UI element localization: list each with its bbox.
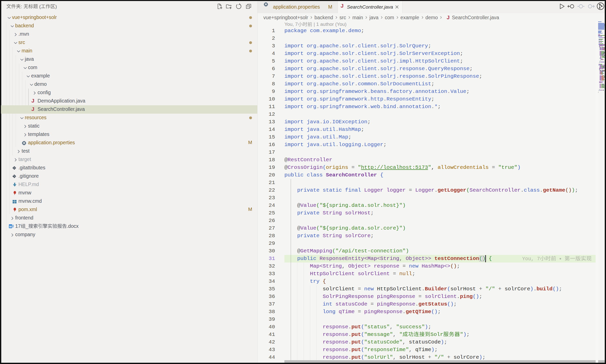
svg-text:W: W [9, 225, 12, 228]
